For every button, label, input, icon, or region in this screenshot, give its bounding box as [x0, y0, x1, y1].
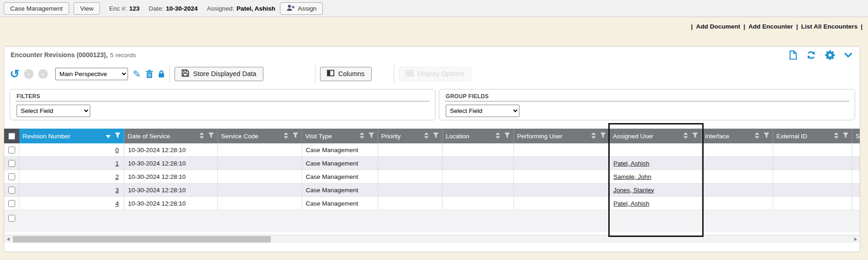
column-header-date-of-service[interactable]: Date of Service	[124, 129, 218, 143]
sort-both-icon[interactable]	[755, 132, 759, 140]
interface-cell	[702, 143, 773, 156]
refresh-icon[interactable]	[806, 50, 816, 60]
scrollbar-thumb[interactable]	[13, 236, 271, 242]
assigned-user-cell: Sample, John	[610, 170, 702, 183]
assigned-user-link[interactable]: Jones, Stanley	[613, 187, 654, 194]
column-header-external-id[interactable]: External ID	[773, 129, 852, 143]
column-header-revision-number[interactable]: Revision Number	[19, 129, 124, 143]
column-header-service-code[interactable]: Service Code	[218, 129, 302, 143]
assigned-user-link[interactable]: Patel, Ashish	[613, 160, 649, 167]
assigned-value: Patel, Ashish	[237, 5, 275, 12]
filter-funnel-icon[interactable]	[504, 132, 510, 140]
revision-number-link[interactable]: 4	[115, 200, 119, 207]
delete-trash-icon[interactable]	[146, 70, 153, 78]
row-checkbox[interactable]	[8, 187, 15, 194]
display-options-button: Display Options	[399, 67, 472, 81]
row-checkbox[interactable]	[8, 147, 15, 154]
columns-button-label: Columns	[338, 70, 365, 77]
toolbar-divider	[315, 65, 315, 83]
interface-cell	[702, 157, 773, 170]
scrollbar-track[interactable]	[12, 235, 852, 243]
horizontal-scrollbar[interactable]	[5, 235, 859, 243]
sort-both-icon[interactable]	[284, 132, 288, 140]
date-of-service-cell: 10-30-2024 12:28:10	[124, 157, 218, 170]
assigned-user-link[interactable]: Sample, John	[613, 173, 652, 180]
scroll-left-arrow[interactable]	[5, 235, 12, 243]
performing-user-cell	[514, 143, 610, 156]
column-header-location[interactable]: Location	[443, 129, 514, 143]
filters-select-field[interactable]: Select Field	[17, 105, 90, 117]
priority-cell	[378, 197, 443, 210]
assigned-user-link[interactable]: Patel, Ashish	[613, 200, 649, 207]
filter-funnel-icon[interactable]	[600, 132, 606, 140]
service-code-cell	[218, 143, 302, 156]
scroll-right-arrow[interactable]	[852, 235, 859, 243]
table-row: 0 10-30-2024 12:28:10 Case Management	[4, 143, 860, 157]
encounter-revisions-grid: Revision Number Date of Service Service …	[4, 129, 860, 232]
visit-type-cell: Case Management	[302, 157, 378, 170]
next-perspective-icon[interactable]: ›	[38, 69, 48, 79]
undo-icon[interactable]: ↺	[10, 68, 19, 80]
add-encounter-link[interactable]: Add Encounter	[748, 23, 793, 30]
store-displayed-data-button[interactable]: Store Displayed Data	[175, 67, 263, 81]
row-checkbox[interactable]	[8, 200, 15, 207]
assigned-user-cell: Jones, Stanley	[610, 183, 702, 196]
performing-user-cell	[514, 197, 610, 210]
filter-funnel-icon[interactable]	[292, 132, 298, 140]
previous-perspective-icon[interactable]: ‹	[24, 69, 34, 79]
column-header-assigned-user[interactable]: Assigned User	[610, 129, 702, 143]
select-all-checkbox[interactable]	[8, 133, 15, 140]
filter-funnel-icon[interactable]	[208, 132, 214, 140]
revision-number-link[interactable]: 2	[115, 173, 119, 180]
settings-gear-icon[interactable]	[825, 50, 835, 60]
edit-pencil-icon[interactable]: ✎	[133, 69, 141, 79]
add-document-link[interactable]: Add Document	[696, 23, 740, 30]
assigned-field: Assigned: Patel, Ashish	[207, 5, 275, 12]
footer-checkbox[interactable]	[8, 215, 15, 222]
columns-button[interactable]: Columns	[320, 67, 372, 81]
assign-button[interactable]: Assign	[280, 2, 323, 15]
perspective-select[interactable]: Main Perspective	[55, 68, 128, 80]
sort-both-icon[interactable]	[199, 132, 204, 140]
group-fields-select-field[interactable]: Select Field	[446, 105, 519, 117]
sort-both-icon[interactable]	[683, 132, 688, 140]
quick-links: | Add Document | Add Encounter | List Al…	[691, 23, 862, 30]
table-row: 4 10-30-2024 12:28:10 Case Management Pa…	[4, 197, 860, 210]
sort-both-icon[interactable]	[591, 132, 596, 140]
grid-header-row: Revision Number Date of Service Service …	[4, 129, 860, 143]
visit-type-cell: Case Management	[302, 197, 378, 210]
column-header-priority[interactable]: Priority	[378, 129, 443, 143]
sort-both-icon[interactable]	[495, 132, 500, 140]
filter-funnel-icon[interactable]	[843, 132, 849, 140]
column-header-performing-user[interactable]: Performing User	[514, 129, 610, 143]
filter-funnel-icon[interactable]	[368, 132, 374, 140]
filter-funnel-icon[interactable]	[115, 132, 121, 140]
sort-desc-icon[interactable]	[106, 133, 111, 140]
list-all-encounters-link[interactable]: List All Encounters	[801, 23, 858, 30]
revision-number-link[interactable]: 0	[115, 147, 119, 154]
date-value: 10-30-2024	[166, 5, 198, 12]
new-document-icon[interactable]	[789, 50, 797, 60]
view-button[interactable]: View	[74, 2, 100, 15]
collapse-chevron-icon[interactable]	[844, 53, 852, 58]
column-header-interface[interactable]: Interface	[702, 129, 773, 143]
panel-title: Encounter Revisions (0000123),	[11, 51, 108, 59]
sort-both-icon[interactable]	[834, 132, 839, 140]
filter-funnel-icon[interactable]	[692, 132, 698, 140]
column-header-visit-type[interactable]: Visit Type	[302, 129, 378, 143]
revision-number-link[interactable]: 3	[115, 187, 119, 194]
date-field: Date: 10-30-2024	[149, 5, 198, 12]
column-label: Date of Service	[128, 133, 170, 140]
service-code-cell	[218, 157, 302, 170]
case-management-button[interactable]: Case Management	[4, 2, 69, 15]
sort-both-icon[interactable]	[424, 132, 429, 140]
sort-both-icon[interactable]	[360, 132, 364, 140]
filter-funnel-icon[interactable]	[433, 132, 439, 140]
lock-icon[interactable]	[158, 70, 165, 78]
column-label: Visit Type	[305, 133, 332, 140]
filter-funnel-icon[interactable]	[763, 132, 769, 140]
column-header-truncated[interactable]: S	[852, 129, 860, 143]
row-checkbox[interactable]	[8, 160, 15, 167]
row-checkbox[interactable]	[8, 173, 15, 180]
revision-number-link[interactable]: 1	[115, 160, 119, 167]
